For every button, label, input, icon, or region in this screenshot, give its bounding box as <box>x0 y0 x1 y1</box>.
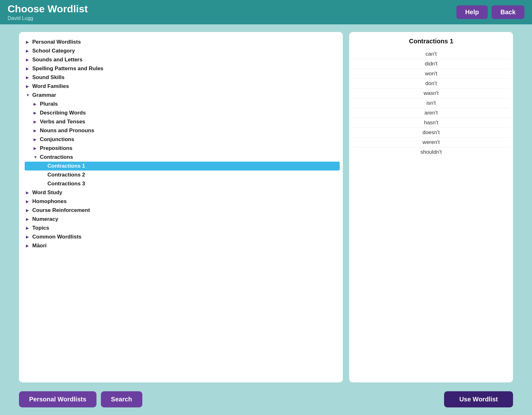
tree-item-grammar[interactable]: ▼Grammar <box>25 91 340 100</box>
tree-item-prepositions[interactable]: ▶Prepositions <box>25 144 340 153</box>
tree-arrow-course-reinforcement: ▶ <box>26 208 30 213</box>
tree-label-course-reinforcement: Course Reinforcement <box>32 207 90 214</box>
tree-label-grammar: Grammar <box>32 92 56 98</box>
tree-label-word-study: Word Study <box>32 189 62 196</box>
tree-arrow-topics: ▶ <box>26 226 30 230</box>
page-title: Choose Wordlist <box>8 3 88 15</box>
header-buttons: Help Back <box>456 5 524 19</box>
tree-arrow-word-study: ▶ <box>26 190 30 195</box>
word-list-item: shouldn't <box>352 147 510 157</box>
tree-label-contractions-1: Contractions 1 <box>47 163 85 169</box>
tree-label-spelling-patterns: Spelling Patterns and Rules <box>32 65 103 72</box>
word-panel-title: Contractions 1 <box>409 38 453 45</box>
tree-item-contractions[interactable]: ▼Contractions <box>25 153 340 162</box>
word-list-item: don't <box>352 79 510 89</box>
tree-label-contractions-3: Contractions 3 <box>47 181 85 187</box>
search-button[interactable]: Search <box>101 391 142 407</box>
tree-label-sound-skills: Sound Skills <box>32 74 65 81</box>
tree-arrow-describing-words: ▶ <box>34 111 38 115</box>
tree-arrow-prepositions: ▶ <box>34 146 38 151</box>
tree-label-numeracy: Numeracy <box>32 216 58 222</box>
word-list-item: didn't <box>352 59 510 69</box>
tree-item-topics[interactable]: ▶Topics <box>25 224 340 232</box>
tree-item-nouns-and-pronouns[interactable]: ▶Nouns and Pronouns <box>25 126 340 135</box>
tree-label-maori: Māori <box>32 243 46 249</box>
use-wordlist-button[interactable]: Use Wordlist <box>444 391 513 407</box>
tree-arrow-maori: ▶ <box>26 244 30 248</box>
header-left: Choose Wordlist David Lugg <box>8 3 88 21</box>
tree-item-describing-words[interactable]: ▶Describing Words <box>25 108 340 117</box>
tree-item-homophones[interactable]: ▶Homophones <box>25 197 340 206</box>
tree-label-plurals: Plurals <box>40 101 58 107</box>
word-list-item: isn't <box>352 98 510 108</box>
word-list-item: doesn't <box>352 128 510 138</box>
tree-item-contractions-3[interactable]: Contractions 3 <box>25 179 340 188</box>
user-name: David Lugg <box>8 15 88 21</box>
word-panel: Contractions 1 can'tdidn'twon'tdon'twasn… <box>349 32 513 382</box>
tree-arrow-spelling-patterns: ▶ <box>26 66 30 71</box>
tree-arrow-word-families: ▶ <box>26 84 30 89</box>
tree-item-plurals[interactable]: ▶Plurals <box>25 100 340 108</box>
bottom-left-buttons: Personal Wordlists Search <box>19 391 142 407</box>
tree-item-conjunctions[interactable]: ▶Conjunctions <box>25 135 340 144</box>
tree-label-word-families: Word Families <box>32 83 69 90</box>
word-list-item: aren't <box>352 108 510 118</box>
header: Choose Wordlist David Lugg Help Back <box>0 0 532 24</box>
tree-item-contractions-2[interactable]: Contractions 2 <box>25 170 340 179</box>
tree-arrow-common-wordlists: ▶ <box>26 235 30 239</box>
tree-arrow-numeracy: ▶ <box>26 217 30 221</box>
tree-label-conjunctions: Conjunctions <box>40 136 74 143</box>
tree-item-verbs-and-tenses[interactable]: ▶Verbs and Tenses <box>25 117 340 126</box>
word-list-item: wasn't <box>352 89 510 98</box>
tree-label-personal-wordlists: Personal Wordlists <box>32 39 81 45</box>
tree-item-spelling-patterns[interactable]: ▶Spelling Patterns and Rules <box>25 64 340 73</box>
tree-item-numeracy[interactable]: ▶Numeracy <box>25 215 340 224</box>
tree-arrow-sounds-and-letters: ▶ <box>26 58 30 62</box>
tree-item-maori[interactable]: ▶Māori <box>25 241 340 250</box>
tree-item-common-wordlists[interactable]: ▶Common Wordlists <box>25 232 340 241</box>
tree-arrow-school-category: ▶ <box>26 49 30 53</box>
tree-label-describing-words: Describing Words <box>40 110 86 116</box>
tree-label-verbs-and-tenses: Verbs and Tenses <box>40 119 85 125</box>
tree-arrow-conjunctions: ▶ <box>34 137 38 142</box>
tree-label-common-wordlists: Common Wordlists <box>32 234 82 240</box>
tree-label-prepositions: Prepositions <box>40 145 72 152</box>
word-list-item: won't <box>352 69 510 79</box>
tree-item-word-study[interactable]: ▶Word Study <box>25 188 340 197</box>
tree-arrow-contractions: ▼ <box>34 155 38 159</box>
main-content: ▶Personal Wordlists▶School Category▶Soun… <box>0 24 532 387</box>
personal-wordlists-button[interactable]: Personal Wordlists <box>19 391 96 407</box>
tree-arrow-homophones: ▶ <box>26 199 30 204</box>
help-button[interactable]: Help <box>456 5 488 19</box>
tree-item-word-families[interactable]: ▶Word Families <box>25 82 340 91</box>
tree-arrow-plurals: ▶ <box>34 102 38 106</box>
tree-label-homophones: Homophones <box>32 198 67 205</box>
tree-label-contractions-2: Contractions 2 <box>47 172 85 178</box>
tree-label-topics: Topics <box>32 225 49 231</box>
tree-arrow-sound-skills: ▶ <box>26 75 30 80</box>
word-list-item: hasn't <box>352 118 510 128</box>
back-button[interactable]: Back <box>492 5 524 19</box>
tree-arrow-verbs-and-tenses: ▶ <box>34 120 38 124</box>
tree-panel: ▶Personal Wordlists▶School Category▶Soun… <box>19 32 343 382</box>
tree-item-sounds-and-letters[interactable]: ▶Sounds and Letters <box>25 55 340 64</box>
word-list: can'tdidn'twon'tdon'twasn'tisn'taren'tha… <box>352 49 510 157</box>
tree-label-sounds-and-letters: Sounds and Letters <box>32 57 83 63</box>
tree-item-contractions-1[interactable]: Contractions 1 <box>25 162 340 170</box>
bottom-bar: Personal Wordlists Search Use Wordlist <box>0 387 532 415</box>
tree-item-school-category[interactable]: ▶School Category <box>25 46 340 55</box>
word-list-item: weren't <box>352 138 510 147</box>
tree-label-school-category: School Category <box>32 48 75 54</box>
tree-arrow-grammar: ▼ <box>26 93 30 97</box>
tree-item-course-reinforcement[interactable]: ▶Course Reinforcement <box>25 206 340 215</box>
word-list-item: can't <box>352 49 510 59</box>
tree-arrow-personal-wordlists: ▶ <box>26 40 30 44</box>
tree-arrow-nouns-and-pronouns: ▶ <box>34 128 38 133</box>
tree-item-personal-wordlists[interactable]: ▶Personal Wordlists <box>25 38 340 46</box>
tree-label-contractions: Contractions <box>40 154 73 160</box>
tree-item-sound-skills[interactable]: ▶Sound Skills <box>25 73 340 82</box>
tree-label-nouns-and-pronouns: Nouns and Pronouns <box>40 127 94 134</box>
